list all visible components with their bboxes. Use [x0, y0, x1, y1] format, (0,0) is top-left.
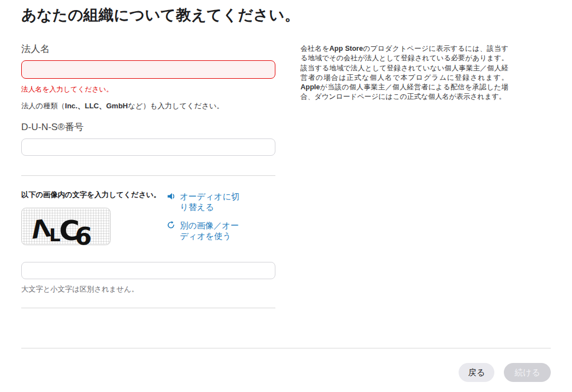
new-image-audio-label: 別の画像／オーディオを使う: [180, 220, 242, 241]
footer-divider: [21, 348, 551, 348]
entity-name-input[interactable]: [21, 60, 275, 79]
captcha-left: 以下の画像内の文字を入力してください。: [21, 190, 166, 249]
footer-actions: 戻る 続ける: [21, 363, 551, 382]
back-button[interactable]: 戻る: [459, 363, 494, 382]
captcha-input[interactable]: [21, 262, 275, 279]
continue-button[interactable]: 続ける: [504, 363, 551, 382]
speaker-icon: [166, 192, 177, 203]
refresh-icon: [166, 221, 177, 232]
captcha-case-note: 大文字と小文字は区別されません。: [21, 284, 275, 294]
new-image-audio-link[interactable]: 別の画像／オーディオを使う: [166, 220, 242, 241]
note-text: が当該の個人事業主／個人経営者による配信を承認した場合、ダウンロードページにはこ…: [301, 83, 508, 101]
info-column: 会社名をApp Storeのプロダクトページに表示するには、該当する地域でその会…: [301, 42, 508, 102]
entity-name-error: 法人名を入力してください。: [21, 85, 275, 94]
captcha-svg: Λ L C 6: [21, 208, 111, 245]
note-text: 会社名を: [301, 45, 330, 52]
company-name-note: 会社名をApp Storeのプロダクトページに表示するには、該当する地域でその会…: [301, 42, 508, 102]
helper-text-pre: 法人の種類（: [21, 102, 65, 110]
helper-text-latin: Inc.、LLC、GmbH: [65, 102, 128, 110]
helper-text-post: など）も入力してください。: [128, 102, 224, 110]
entity-name-label: 法人名: [21, 42, 275, 55]
duns-label: D-U-N-S®番号: [21, 121, 275, 133]
form-column: 法人名 法人名を入力してください。 法人の種類（Inc.、LLC、GmbHなど）…: [21, 42, 275, 308]
switch-to-audio-label: オーディオに切り替える: [180, 191, 242, 212]
divider: [21, 308, 275, 308]
duns-input[interactable]: [21, 138, 275, 156]
entity-name-helper: 法人の種類（Inc.、LLC、GmbHなど）も入力してください。: [21, 101, 275, 111]
captcha-image: Λ L C 6: [21, 208, 166, 247]
svg-text:6: 6: [74, 221, 93, 245]
note-brand-app-store: App Store: [330, 45, 363, 52]
organization-form-page: あなたの組織について教えてください。 法人名 法人名を入力してください。 法人の…: [0, 0, 572, 382]
content-columns: 法人名 法人名を入力してください。 法人の種類（Inc.、LLC、GmbHなど）…: [21, 42, 551, 308]
divider: [21, 175, 275, 176]
note-brand-apple: Apple: [301, 83, 320, 91]
captcha-section: 以下の画像内の文字を入力してください。: [21, 190, 275, 294]
captcha-instruction: 以下の画像内の文字を入力してください。: [21, 190, 166, 199]
page-title: あなたの組織について教えてください。: [21, 0, 551, 25]
switch-to-audio-link[interactable]: オーディオに切り替える: [166, 191, 242, 212]
captcha-links: オーディオに切り替える 別の画像／オーディオを使う: [166, 190, 242, 249]
